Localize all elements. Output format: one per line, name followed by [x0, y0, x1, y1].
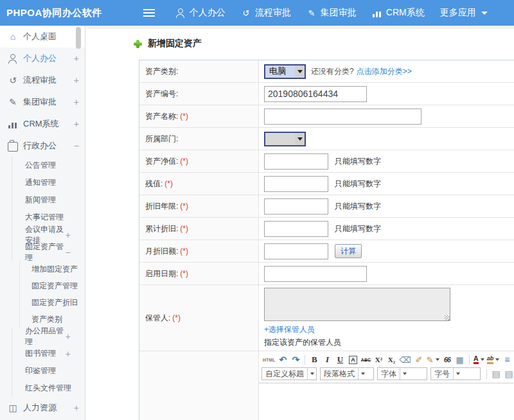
collapse-icon[interactable]: −	[66, 248, 71, 257]
editor-content-area[interactable]	[259, 383, 514, 420]
numeric-hint: 只能填写数字	[335, 201, 381, 212]
undo-icon[interactable]: ↶	[277, 354, 288, 365]
top-menu-item[interactable]: CRM系统	[372, 7, 425, 19]
expand-icon[interactable]: +	[74, 76, 79, 85]
sidebar-item-label: 个人桌面	[23, 31, 57, 42]
redo-icon[interactable]: ↷	[290, 354, 301, 365]
sidebar-item[interactable]: 红头文件管理	[12, 380, 85, 397]
editor-cell: HTML↶↷BIUAABCX²X₂⌫✐✎66▦Aab≡自定义标题段落格式字体字号…	[259, 351, 514, 420]
expand-icon[interactable]: +	[66, 231, 71, 240]
form-value	[259, 83, 514, 105]
underline-icon[interactable]: U	[334, 354, 346, 365]
select-custodian-link[interactable]: +选择保管人员	[264, 324, 315, 335]
department-select[interactable]	[264, 132, 306, 146]
highlight-color-icon[interactable]: ab	[486, 354, 501, 365]
sidebar-item[interactable]: 个人办公+	[0, 48, 85, 69]
format-brush-icon[interactable]: ✐	[413, 354, 425, 365]
list-icon[interactable]: ≡	[501, 354, 513, 365]
expand-icon[interactable]: +	[74, 54, 79, 63]
residual-value-input[interactable]	[264, 176, 328, 192]
expand-icon[interactable]: +	[66, 332, 71, 341]
collapse-icon[interactable]: −	[74, 141, 79, 150]
sidebar-item[interactable]: 办公用品管理+	[12, 328, 85, 345]
sidebar-item[interactable]: CRM系统+	[0, 113, 85, 135]
toolbar-separator	[305, 355, 305, 365]
sidebar-item[interactable]: 公告管理	[12, 157, 85, 174]
form-label: 启用日期:(*)	[139, 263, 259, 284]
required-mark: (*)	[180, 157, 188, 166]
top-menu-item[interactable]: 更多应用	[440, 7, 488, 19]
sidebar-item-label: 行政办公	[23, 140, 57, 152]
font-size-icon[interactable]: A	[347, 354, 359, 365]
font-color-icon-glyph: A	[474, 355, 479, 364]
sidebar-item[interactable]: 图书管理+	[12, 345, 85, 362]
sidebar-scrollbar-thumb[interactable]	[76, 27, 81, 49]
monthly-depreciation-input[interactable]	[264, 243, 328, 259]
expand-icon[interactable]: +	[66, 349, 71, 358]
custodian-textarea[interactable]	[264, 288, 450, 321]
sidebar-item-label: 固定资产管理	[31, 281, 78, 292]
sidebar-item[interactable]: 增加固定资产	[19, 261, 85, 277]
top-menu-item[interactable]: ↺流程审批	[241, 7, 291, 19]
list-icon-glyph: ≡	[504, 354, 510, 365]
sidebar-item[interactable]: ↺流程审批+	[0, 69, 85, 91]
blockquote-icon[interactable]: 66	[441, 354, 453, 365]
align-center-icon[interactable]: ▤	[503, 368, 514, 380]
top-menu-item[interactable]: ✎集团审批	[306, 7, 357, 19]
hamburger-menu-icon[interactable]	[143, 9, 155, 10]
strikethrough-icon[interactable]: ABC	[360, 354, 371, 365]
sidebar-item[interactable]: ⌂个人桌面	[0, 26, 85, 48]
chevron-down-icon	[436, 358, 439, 361]
add-icon	[134, 40, 142, 48]
subscript-icon[interactable]: X₂	[386, 354, 397, 365]
chevron-down-icon	[295, 66, 305, 78]
top-menu-item[interactable]: 个人办公	[175, 7, 226, 19]
eraser-icon[interactable]: ⌫	[398, 354, 411, 365]
paragraph-format-select[interactable]: 段落格式	[320, 367, 374, 380]
asset-number-input[interactable]	[264, 86, 367, 102]
superscript-icon[interactable]: X²	[373, 354, 384, 365]
expand-icon[interactable]: +	[74, 119, 79, 128]
required-mark: (*)	[180, 112, 188, 121]
font-family-select[interactable]: 字体	[377, 367, 427, 380]
asset-name-input[interactable]	[264, 109, 421, 125]
top-menu-label: 个人办公	[190, 7, 226, 19]
expand-icon[interactable]: +	[74, 403, 79, 412]
font-color-icon[interactable]: A	[473, 354, 485, 365]
chevron-down-icon	[358, 368, 367, 380]
magic-pen-icon[interactable]: ✎	[426, 354, 440, 365]
title-style-select[interactable]: 自定义标题	[261, 367, 317, 380]
accumulated-depreciation-input[interactable]	[264, 221, 328, 237]
sidebar-item[interactable]: ✎集团审批+	[0, 91, 85, 113]
font-size-select[interactable]: 字号	[430, 367, 481, 380]
align-left-icon[interactable]: ▤	[490, 368, 502, 380]
highlight-color-icon-glyph: ab	[487, 355, 494, 364]
start-date-input[interactable]	[264, 266, 367, 282]
sidebar-item[interactable]: 固定资产管理−	[12, 243, 85, 261]
sidebar-item[interactable]: 固定资产管理	[19, 277, 85, 294]
sidebar-item[interactable]: ◫人力资源+	[0, 397, 85, 419]
font-size-icon-glyph: A	[349, 356, 357, 364]
required-mark: (*)	[164, 179, 173, 188]
sidebar-item[interactable]: 固定资产折旧	[19, 294, 85, 311]
html-source-icon[interactable]: HTML	[262, 354, 276, 365]
italic-icon-glyph: I	[326, 354, 329, 365]
bold-icon[interactable]: B	[308, 354, 320, 365]
sidebar-item[interactable]: 印鉴管理	[12, 362, 85, 380]
net-value-input[interactable]	[264, 153, 328, 170]
sidebar-item-label: 固定资产折旧	[31, 297, 78, 308]
add-category-link[interactable]: 点击添加分类>>	[357, 66, 412, 77]
sidebar-item[interactable]: 通知管理	[12, 174, 85, 191]
paste-table-icon[interactable]: ▦	[454, 354, 466, 365]
sidebar-item[interactable]: 新闻管理	[12, 191, 85, 209]
asset-category-select[interactable]: 电脑	[264, 64, 306, 79]
depreciation-years-input[interactable]	[264, 198, 328, 214]
italic-icon[interactable]: I	[321, 354, 333, 365]
sidebar-item[interactable]: 行政办公−	[0, 135, 85, 157]
form-row-net-value: 资产净值:(*)只能填写数字	[139, 150, 514, 173]
form-label-text: 资产净值:	[145, 156, 178, 167]
calculate-button[interactable]: 计算	[335, 244, 362, 258]
subscript-icon-glyph: X₂	[388, 356, 395, 363]
expand-icon[interactable]: +	[74, 98, 79, 107]
sidebar-item-label: CRM系统	[23, 118, 59, 130]
